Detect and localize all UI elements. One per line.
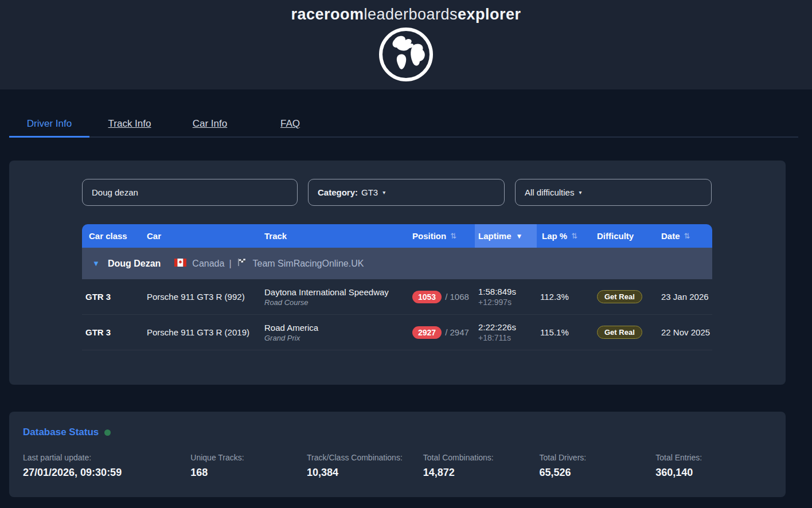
difficulty-dropdown[interactable]: All difficulties ▾ xyxy=(515,179,712,206)
track-layout: Grand Prix xyxy=(264,334,409,342)
column-header-laptime[interactable]: Laptime▼ xyxy=(475,224,537,248)
laptime-value: 2:22:226s xyxy=(478,322,537,332)
laptime-gap: +18:711s xyxy=(478,333,537,342)
cell-car: Porsche 911 GT3 R (992) xyxy=(143,292,261,302)
canada-flag-icon xyxy=(174,259,186,269)
checkered-flag-icon xyxy=(237,258,247,269)
table-row[interactable]: GTR 3 Porsche 911 GT3 R (2019) Road Amer… xyxy=(82,315,712,350)
sort-icon[interactable]: ⇅ xyxy=(450,232,456,240)
collapse-icon[interactable]: ▼ xyxy=(92,259,100,268)
cell-car: Porsche 911 GT3 R (2019) xyxy=(143,327,261,337)
tab-track-info[interactable]: Track Info xyxy=(89,111,170,138)
cell-position: 2927/ 2947 xyxy=(409,326,475,339)
column-header-lap-pct[interactable]: Lap %⇅ xyxy=(537,224,594,248)
track-name: Daytona International Speedway xyxy=(264,287,409,297)
stat-total-entries: Total Entries: 360,140 xyxy=(655,453,772,479)
cell-position: 1053/ 1068 xyxy=(409,291,475,303)
cell-track: Road America Grand Prix xyxy=(261,323,409,342)
cell-date: 22 Nov 2025 xyxy=(658,327,712,337)
logo-part-explorer: explorer xyxy=(458,6,521,23)
results-panel: Category: GT3 ▾ All difficulties ▾ Car c… xyxy=(9,161,786,385)
driver-search-input[interactable] xyxy=(92,187,288,197)
sort-desc-icon[interactable]: ▼ xyxy=(516,232,523,240)
category-label: Category: xyxy=(318,187,358,197)
database-stats: Last partial update: 27/01/2026, 09:30:5… xyxy=(23,453,772,479)
sort-icon[interactable]: ⇅ xyxy=(571,232,577,240)
chevron-down-icon: ▾ xyxy=(382,189,385,196)
laptime-gap: +12:997s xyxy=(478,298,537,307)
database-status-panel: Database Status Last partial update: 27/… xyxy=(9,412,786,497)
driver-meta: Canada | Team S xyxy=(174,258,364,269)
stat-last-update: Last partial update: 27/01/2026, 09:30:5… xyxy=(23,453,190,479)
stat-unique-tracks: Unique Tracks: 168 xyxy=(190,453,307,479)
cell-lap-pct: 112.3% xyxy=(537,292,594,302)
column-header-difficulty: Difficulty xyxy=(594,224,658,248)
cell-lap-pct: 115.1% xyxy=(537,327,594,337)
status-online-dot-icon xyxy=(104,429,111,436)
meta-separator: | xyxy=(229,259,231,269)
stat-total-drivers: Total Drivers: 65,526 xyxy=(540,453,656,479)
filter-controls: Category: GT3 ▾ All difficulties ▾ xyxy=(82,179,712,206)
sort-icon[interactable]: ⇅ xyxy=(684,232,690,240)
driver-name: Doug Dezan xyxy=(108,259,161,269)
track-layout: Road Course xyxy=(264,298,409,307)
tab-driver-info[interactable]: Driver Info xyxy=(9,111,89,138)
tab-faq[interactable]: FAQ xyxy=(250,111,330,138)
stat-track-class-combinations: Track/Class Combinations: 10,384 xyxy=(307,453,423,479)
stat-total-combinations: Total Combinations: 14,872 xyxy=(423,453,540,479)
table-header-row: Car class Car Track Position⇅ Laptime▼ L… xyxy=(82,224,712,248)
laptime-value: 1:58:849s xyxy=(478,287,537,296)
cell-laptime: 1:58:849s +12:997s xyxy=(475,287,537,307)
cell-track: Daytona International Speedway Road Cour… xyxy=(261,287,409,307)
driver-team: Team SimRacingOnline.UK xyxy=(253,259,364,269)
cell-date: 23 Jan 2026 xyxy=(658,292,712,302)
position-total: / 2947 xyxy=(445,327,469,337)
cell-car-class: GTR 3 xyxy=(82,292,143,302)
column-header-car: Car xyxy=(143,224,261,248)
table-row[interactable]: GTR 3 Porsche 911 GT3 R (992) Daytona In… xyxy=(82,279,712,315)
cell-difficulty: Get Real xyxy=(594,290,658,303)
cell-laptime: 2:22:226s +18:711s xyxy=(475,322,537,342)
database-status-title: Database Status xyxy=(23,427,772,438)
logo-part-leaderboards: leaderboards xyxy=(364,6,458,23)
column-header-track: Track xyxy=(261,224,409,248)
position-total: / 1068 xyxy=(445,292,469,302)
driver-group-row[interactable]: ▼ Doug Dezan Canada | xyxy=(82,248,712,279)
cell-difficulty: Get Real xyxy=(594,326,658,339)
driver-search-box xyxy=(82,179,298,206)
column-header-date[interactable]: Date⇅ xyxy=(658,224,712,248)
leaderboard-table: Car class Car Track Position⇅ Laptime▼ L… xyxy=(82,224,712,350)
category-value: GT3 xyxy=(361,187,378,197)
driver-country: Canada xyxy=(192,259,224,269)
globe-icon xyxy=(0,26,812,85)
cell-car-class: GTR 3 xyxy=(82,327,143,337)
track-name: Road America xyxy=(264,323,409,333)
nav-tabs: Driver Info Track Info Car Info FAQ xyxy=(9,111,798,138)
top-banner: raceroomleaderboardsexplorer xyxy=(0,0,812,89)
column-header-position[interactable]: Position⇅ xyxy=(409,224,475,248)
difficulty-value: All difficulties xyxy=(525,187,574,197)
position-badge: 2927 xyxy=(412,326,442,339)
tab-car-info[interactable]: Car Info xyxy=(170,111,250,138)
app-logo: raceroomleaderboardsexplorer xyxy=(0,6,812,24)
logo-part-raceroom: raceroom xyxy=(291,6,364,23)
column-header-car-class: Car class xyxy=(82,224,143,248)
difficulty-badge: Get Real xyxy=(597,326,642,339)
chevron-down-icon: ▾ xyxy=(579,189,581,196)
category-dropdown[interactable]: Category: GT3 ▾ xyxy=(308,179,505,206)
difficulty-badge: Get Real xyxy=(597,290,642,303)
position-badge: 1053 xyxy=(412,291,442,303)
